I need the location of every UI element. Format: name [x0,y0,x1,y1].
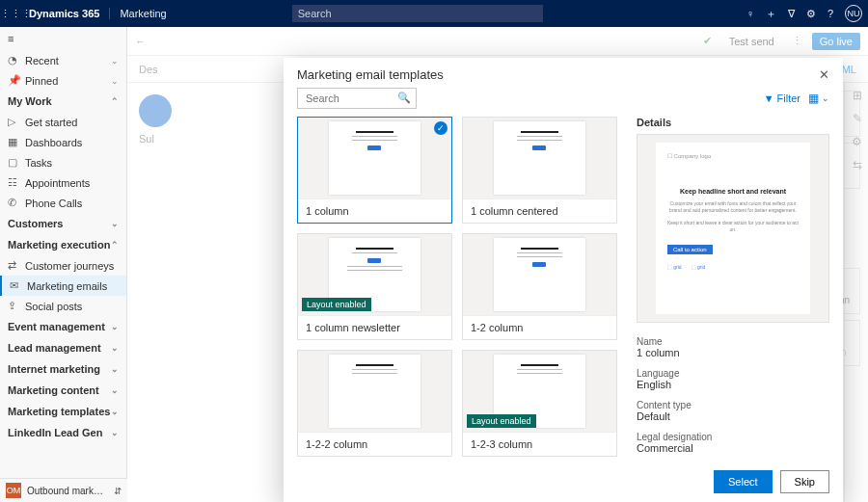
template-preview: ☐ Company logo Keep headline short and r… [637,134,829,323]
product-name: Dynamics 365 [29,8,99,19]
template-card[interactable]: 1-2-2 column [297,350,452,457]
template-card[interactable]: Layout enabled 1 column newsletter [297,233,452,340]
template-card[interactable]: 1 column centered [462,117,617,224]
field-label-content-type: Content type [637,400,829,410]
chevron-down-icon: ⌄ [111,385,119,395]
phone-icon: ✆ [8,197,19,209]
template-label: 1 column centered [463,198,616,223]
nav-marketing-emails[interactable]: ✉Marketing emails [0,276,126,296]
help-icon[interactable]: ? [827,8,833,19]
lightbulb-icon[interactable]: ♀ [746,8,754,19]
chevron-down-icon: ⌄ [822,93,829,103]
settings-gear-icon[interactable]: ⚙ [806,8,816,20]
template-card[interactable]: 1-2 column [462,233,617,340]
nav-social-posts[interactable]: ⇪Social posts [0,296,126,316]
updown-icon: ⇵ [114,486,122,496]
close-icon[interactable]: ✕ [819,67,829,82]
nav-group-customers[interactable]: Customers⌄ [0,213,126,234]
nav-group-event-management[interactable]: Event management⌄ [0,316,126,337]
preview-logo: ☐ Company logo [667,152,711,159]
template-label: 1-2-3 column [463,432,616,456]
global-search-input[interactable] [292,5,543,22]
chevron-down-icon: ⌄ [111,428,119,437]
preview-body: Customize your email with fonts and colo… [667,200,799,214]
app-area[interactable]: Marketing [109,8,166,19]
plus-icon[interactable]: ＋ [766,7,776,21]
view-switch[interactable]: ▦⌄ [808,92,829,105]
user-avatar[interactable]: NU [845,5,862,22]
template-search[interactable]: 🔍 [297,88,417,109]
nav-group-lead-management[interactable]: Lead management⌄ [0,337,126,358]
field-label-name: Name [637,336,829,347]
layout-enabled-badge: Layout enabled [302,298,371,311]
nav-group-internet-marketing[interactable]: Internet marketing⌄ [0,358,126,380]
nav-group-marketing-execution[interactable]: Marketing execution⌃ [0,234,126,255]
nav-group-marketing-content[interactable]: Marketing content⌄ [0,380,126,401]
preview-cta: Call to action [667,245,713,254]
grid-view-icon: ▦ [808,92,819,105]
field-value-name: 1 column [637,347,829,358]
chevron-up-icon: ⌃ [111,96,119,106]
nav-group-linkedin[interactable]: LinkedIn Lead Gen⌄ [0,422,126,443]
selected-check-icon: ✓ [434,121,448,135]
global-search[interactable] [292,5,543,22]
funnel-icon: ▼ [764,92,774,104]
dashboard-icon: ▦ [8,136,19,148]
field-value-language: English [637,379,829,390]
preview-grid-col: ⬚ grid [692,264,706,270]
area-badge: OM [6,483,21,498]
task-icon: ▢ [8,156,19,169]
area-switcher[interactable]: OM Outbound market... ⇵ [0,478,127,502]
field-label-legal: Legal designation [637,432,829,442]
nav-customer-journeys[interactable]: ⇄Customer journeys [0,255,126,276]
calendar-icon: ☷ [8,176,19,189]
nav-appointments[interactable]: ☷Appointments [0,172,126,193]
nav-get-started[interactable]: ▷Get started [0,112,126,132]
template-card[interactable]: ✓ 1 column [297,117,452,224]
preview-headline: Keep headline short and relevant [680,188,786,195]
template-list[interactable]: ✓ 1 column 1 column centered Layout enab… [297,117,623,461]
preview-grid-col: ⬚ grid [667,264,682,270]
chevron-down-icon: ⌄ [111,76,119,86]
global-header: ⋮⋮⋮ Dynamics 365 Marketing ♀ ＋ ∇ ⚙ ? NU [0,0,868,27]
main-region: ← ✔ Test send ⋮ Go live Des ↶ ↷ </>HTML … [127,27,868,502]
chevron-down-icon: ⌄ [111,322,119,331]
field-value-content-type: Default [637,410,829,422]
nav-dashboards[interactable]: ▦Dashboards [0,132,126,152]
search-icon[interactable]: 🔍 [397,92,411,104]
dialog-title: Marketing email templates [297,67,444,82]
pin-icon: 📌 [8,74,19,87]
skip-button[interactable]: Skip [780,470,829,493]
select-button[interactable]: Select [714,470,773,493]
nav-group-mywork[interactable]: My Work⌃ [0,91,126,112]
play-icon: ▷ [8,116,19,128]
clock-icon: ◔ [8,54,19,66]
app-launcher-icon[interactable]: ⋮⋮⋮ [6,8,25,20]
share-icon: ⇪ [8,300,19,312]
chevron-down-icon: ⌄ [111,219,119,228]
filter-button[interactable]: ▼Filter [764,92,800,104]
nav-pinned[interactable]: 📌Pinned⌄ [0,70,126,91]
template-label: 1 column [298,198,451,223]
template-label: 1-2 column [463,315,616,339]
email-icon: ✉ [10,279,21,292]
area-label: Outbound market... [27,486,108,496]
template-label: 1 column newsletter [298,315,451,339]
template-picker-dialog: Marketing email templates ✕ 🔍 ▼Filter ▦⌄… [284,58,843,502]
field-value-legal: Commercial [637,442,829,454]
chevron-down-icon: ⌄ [111,364,119,374]
nav-recent[interactable]: ◔Recent⌄ [0,50,126,70]
site-nav: ≡ ◔Recent⌄ 📌Pinned⌄ My Work⌃ ▷Get starte… [0,27,127,502]
template-card[interactable]: Layout enabled 1-2-3 column [462,350,617,457]
nav-group-marketing-templates[interactable]: Marketing templates⌄ [0,401,126,422]
nav-phone-calls[interactable]: ✆Phone Calls [0,193,126,213]
preview-body: Keep it short and leave a clear action f… [667,220,799,233]
details-heading: Details [637,117,829,128]
chevron-down-icon: ⌄ [111,56,119,66]
layout-enabled-badge: Layout enabled [467,414,536,428]
nav-toggle-icon[interactable]: ≡ [0,27,126,50]
filter-icon[interactable]: ∇ [788,8,795,20]
journey-icon: ⇄ [8,259,19,272]
nav-tasks[interactable]: ▢Tasks [0,152,126,172]
field-label-language: Language [637,368,829,379]
